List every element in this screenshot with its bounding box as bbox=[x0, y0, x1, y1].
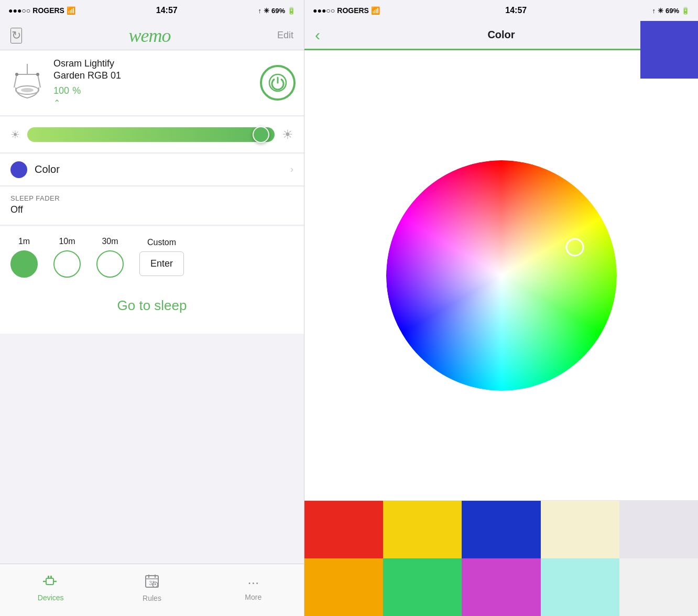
signal-dots: ●●●○○ bbox=[8, 6, 30, 15]
svg-point-5 bbox=[21, 88, 34, 92]
wifi-icon: 📶 bbox=[67, 6, 75, 15]
right-battery-level: 69% bbox=[666, 7, 679, 15]
sun-large-icon: ☀ bbox=[282, 127, 293, 142]
svg-rect-13 bbox=[50, 576, 52, 579]
timer-30m[interactable]: 30m bbox=[96, 237, 124, 278]
timer-10m[interactable]: 10m bbox=[53, 237, 81, 278]
right-location-icon: ↑ bbox=[652, 7, 656, 15]
swatch-lavender[interactable] bbox=[619, 501, 698, 558]
right-battery-icon: 🔋 bbox=[681, 7, 690, 15]
wemo-logo: wemo bbox=[128, 25, 170, 47]
swatch-teal[interactable] bbox=[541, 558, 619, 616]
go-to-sleep-button[interactable]: Go to sleep bbox=[21, 298, 283, 314]
right-wifi-icon: 📶 bbox=[371, 6, 380, 15]
carrier-name: ROGERS bbox=[32, 6, 64, 15]
swatches-section bbox=[304, 500, 698, 616]
timer-1m-circle[interactable] bbox=[10, 250, 38, 278]
color-dot bbox=[10, 161, 27, 178]
svg-point-6 bbox=[15, 73, 18, 76]
right-carrier-name: ROGERS bbox=[337, 6, 369, 15]
more-icon: ··· bbox=[247, 575, 259, 591]
swatch-red[interactable] bbox=[304, 501, 383, 558]
swatch-green[interactable] bbox=[383, 558, 462, 616]
swatch-cream[interactable] bbox=[541, 501, 619, 558]
edit-button[interactable]: Edit bbox=[277, 30, 293, 41]
device-name: Osram LightifyGarden RGB 01 bbox=[53, 58, 253, 82]
right-header: ‹ Color bbox=[304, 21, 698, 50]
custom-option[interactable]: Custom Enter bbox=[139, 238, 184, 276]
timer-1m-label: 1m bbox=[18, 237, 30, 246]
light-fixture-icon bbox=[12, 64, 43, 102]
battery-level: 69% bbox=[271, 7, 285, 15]
timer-30m-circle[interactable] bbox=[96, 250, 124, 278]
device-image bbox=[8, 64, 46, 102]
custom-label: Custom bbox=[147, 238, 176, 247]
rules-icon: 31 bbox=[145, 574, 159, 592]
time-display: 14:57 bbox=[156, 6, 178, 15]
enter-button[interactable]: Enter bbox=[139, 251, 184, 276]
timer-30m-label: 30m bbox=[102, 237, 118, 246]
battery-icon: 🔋 bbox=[287, 7, 296, 15]
sleep-fader-title: SLEEP FADER bbox=[10, 194, 293, 202]
svg-line-2 bbox=[14, 74, 17, 87]
sleep-fader-value: Off bbox=[10, 204, 293, 215]
swatch-yellow[interactable] bbox=[383, 501, 462, 558]
color-label: Color bbox=[35, 163, 60, 175]
svg-text:31: 31 bbox=[149, 580, 155, 586]
chevron-right-icon: › bbox=[290, 164, 293, 175]
color-left: Color bbox=[10, 161, 60, 178]
refresh-button[interactable]: ↻ bbox=[10, 28, 22, 43]
swatch-white[interactable] bbox=[619, 558, 698, 616]
color-wheel-section[interactable] bbox=[304, 50, 698, 500]
right-time-display: 14:57 bbox=[505, 6, 527, 15]
rules-tab-label: Rules bbox=[143, 594, 161, 602]
tab-devices[interactable]: Devices bbox=[0, 574, 101, 606]
right-signal-dots: ●●●○○ bbox=[313, 6, 335, 15]
tab-more[interactable]: ··· More bbox=[203, 575, 304, 606]
timer-1m[interactable]: 1m bbox=[10, 237, 38, 278]
location-icon: ↑ bbox=[258, 7, 261, 15]
content-spacer bbox=[0, 334, 304, 564]
chevron-up-icon[interactable]: ⌃ bbox=[53, 98, 253, 108]
bluetooth-icon: ✳ bbox=[264, 7, 269, 15]
device-brightness: 100 % bbox=[53, 83, 253, 97]
device-card: Osram LightifyGarden RGB 01 100 % ⌃ bbox=[0, 50, 304, 116]
slider-thumb[interactable] bbox=[253, 126, 269, 143]
left-panel: ●●●○○ ROGERS 📶 14:57 ↑ ✳ 69% 🔋 ↻ wemo Ed… bbox=[0, 0, 304, 616]
sleep-btn-section: Go to sleep bbox=[10, 288, 293, 323]
tab-rules[interactable]: 31 Rules bbox=[101, 574, 202, 607]
swatch-blue[interactable] bbox=[462, 501, 540, 558]
right-battery-status: ↑ ✳ 69% 🔋 bbox=[652, 7, 690, 15]
right-panel: ●●●○○ ROGERS 📶 14:57 ↑ ✳ 69% 🔋 ‹ Color bbox=[304, 0, 698, 616]
svg-point-7 bbox=[36, 73, 39, 76]
timer-10m-circle[interactable] bbox=[53, 250, 81, 278]
svg-rect-9 bbox=[46, 578, 53, 585]
battery-status: ↑ ✳ 69% 🔋 bbox=[258, 7, 296, 15]
svg-line-3 bbox=[38, 74, 40, 87]
power-button[interactable] bbox=[260, 65, 296, 101]
tab-bar: Devices 31 Rules ··· More bbox=[0, 564, 304, 616]
timer-options: 1m 10m 30m Custom Enter bbox=[10, 237, 293, 278]
brightness-slider[interactable] bbox=[27, 127, 275, 142]
more-tab-label: More bbox=[245, 593, 261, 601]
devices-tab-label: Devices bbox=[38, 593, 64, 602]
swatch-purple[interactable] bbox=[462, 558, 540, 616]
device-info: Osram LightifyGarden RGB 01 100 % ⌃ bbox=[53, 58, 253, 108]
power-icon bbox=[268, 73, 287, 92]
back-button[interactable]: ‹ bbox=[315, 27, 320, 43]
color-page-title: Color bbox=[487, 29, 515, 41]
swatch-orange[interactable] bbox=[304, 558, 383, 616]
right-bluetooth-icon: ✳ bbox=[658, 7, 663, 15]
sun-small-icon: ☀ bbox=[10, 128, 20, 141]
right-carrier-signal: ●●●○○ ROGERS 📶 bbox=[313, 6, 380, 15]
color-wheel[interactable] bbox=[386, 160, 617, 391]
color-row[interactable]: Color › bbox=[0, 154, 304, 186]
carrier-signal: ●●●○○ ROGERS 📶 bbox=[8, 6, 75, 15]
color-wheel-svg bbox=[386, 160, 617, 391]
devices-icon bbox=[43, 574, 59, 591]
timer-10m-label: 10m bbox=[59, 237, 75, 246]
brightness-section: ☀ ☀ bbox=[0, 117, 304, 153]
header-nav: ↻ wemo Edit bbox=[0, 21, 304, 50]
timer-section: 1m 10m 30m Custom Enter Go to sleep bbox=[0, 226, 304, 334]
svg-rect-12 bbox=[48, 576, 49, 579]
